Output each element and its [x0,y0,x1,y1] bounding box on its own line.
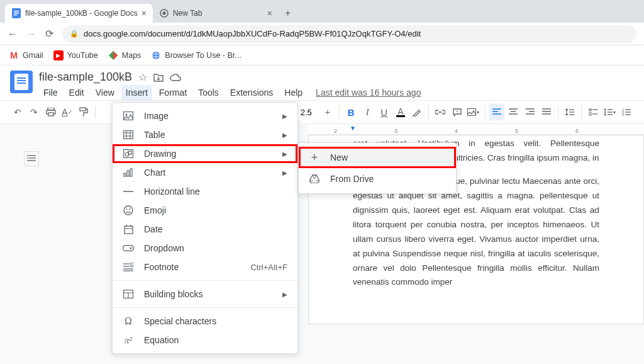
svg-text:3: 3 [622,113,624,116]
new-tab-button[interactable]: + [279,4,297,23]
svg-point-34 [604,109,606,111]
close-icon[interactable]: × [142,8,147,18]
hr-icon [123,186,134,197]
svg-rect-3 [14,14,17,16]
reload-button[interactable]: ⟳ [45,28,53,40]
bookmark-gmail[interactable]: MGmail [9,50,43,60]
insert-drawing[interactable]: Drawing ▶ [113,144,297,163]
docs-favicon [11,8,21,18]
insert-footnote[interactable]: Footnote Ctrl+Alt+F [113,258,297,276]
last-edit-link[interactable]: Last edit was 16 hours ago [316,88,421,98]
cloud-icon[interactable] [170,74,181,81]
footnote-icon [123,261,134,273]
menu-view[interactable]: View [91,85,119,100]
separator [581,106,582,118]
dropdown-icon [123,242,134,254]
url-input[interactable]: 🔒 docs.google.com/document/d/1dkMUaopJbb… [62,25,636,43]
svg-rect-71 [123,246,134,251]
menu-bar: File Edit View Insert Format Tools Exten… [39,85,421,100]
bookmark-youtube[interactable]: ▶YouTube [53,50,98,60]
menu-divider [113,307,297,308]
print-button[interactable] [43,104,58,120]
line-spacing-button[interactable] [562,104,577,120]
insert-building-blocks[interactable]: Building blocks ▶ [113,285,297,304]
browser-tab[interactable]: file-sample_100kB - Google Docs × [5,4,153,23]
menu-format[interactable]: Format [155,85,191,100]
undo-button[interactable]: ↶ [10,104,25,120]
doc-title[interactable]: file-sample_100kB [39,71,132,84]
insert-chart[interactable]: Chart ▶ [113,163,297,182]
svg-rect-1 [14,11,19,12]
italic-button[interactable]: I [360,104,375,120]
svg-rect-52 [124,131,133,139]
align-left-button[interactable] [489,104,504,120]
plus-icon: + [309,152,320,163]
svg-point-65 [126,208,128,210]
bookmark-browser[interactable]: Browser To Use - Br... [151,50,241,60]
drive-icon [309,173,320,185]
link-button[interactable] [433,104,448,120]
menu-help[interactable]: Help [280,85,307,100]
menu-tools[interactable]: Tools [194,85,223,100]
tab-title: file-sample_100kB - Google Docs [25,9,138,18]
url-text: docs.google.com/document/d/1dkMUaopJbbXU… [84,29,421,38]
spellcheck-button[interactable]: A✓ [60,104,75,120]
svg-point-64 [124,206,133,215]
pi-icon: π² [123,334,134,346]
svg-rect-11 [48,113,53,116]
underline-button[interactable]: U [377,104,392,120]
drawing-from-drive[interactable]: From Drive [299,168,456,190]
svg-rect-61 [127,171,129,176]
insert-table[interactable]: Table ▶ [113,125,297,144]
svg-point-49 [27,157,28,159]
toolbar: ↶ ↷ A✓ − + B I U A + ▾ ▾ 123 [0,100,644,124]
blocks-icon [123,288,134,300]
highlight-button[interactable] [409,104,425,120]
bullet-list-button[interactable]: ▾ [602,104,618,120]
lock-icon: 🔒 [70,30,79,38]
drawing-new[interactable]: + New [299,147,456,168]
insert-special-characters[interactable]: Ω Special characters [113,312,297,331]
ruler[interactable]: ▼ 2 3 4 5 6 [308,125,644,135]
bookmarks-bar: MGmail ▶YouTube Maps Browser To Use - Br… [0,45,644,65]
insert-emoji[interactable]: Emoji [113,201,297,220]
insert-dropdown[interactable]: Dropdown [113,239,297,258]
align-center-button[interactable] [506,104,521,120]
docs-logo[interactable] [10,71,33,93]
bookmark-maps[interactable]: Maps [108,50,142,60]
comment-button[interactable]: + [450,104,465,120]
text-color-button[interactable]: A [393,104,408,120]
svg-point-38 [604,114,606,116]
browser-tab-strip: file-sample_100kB - Google Docs × New Ta… [0,0,644,23]
menu-insert[interactable]: Insert [121,85,152,100]
back-button[interactable]: ← [8,28,18,40]
paint-format-button[interactable] [76,104,91,120]
address-bar: ← → ⟳ 🔒 docs.google.com/document/d/1dkMU… [0,23,644,45]
separator [558,106,558,118]
insert-equation[interactable]: π² Equation [113,331,297,350]
browser-tab[interactable]: New Tab × [153,4,279,23]
forward-button[interactable]: → [26,28,36,40]
checklist-button[interactable] [586,104,601,120]
move-icon[interactable] [153,73,164,82]
insert-image[interactable]: Image ▶ [113,106,297,125]
star-icon[interactable]: ☆ [138,71,147,83]
align-right-button[interactable] [523,104,538,120]
drawing-submenu: + New From Drive [298,142,457,194]
menu-edit[interactable]: Edit [65,85,89,100]
menu-extensions[interactable]: Extensions [226,85,277,100]
insert-date[interactable]: Date [113,220,297,239]
font-size-increase[interactable]: + [320,104,335,120]
bold-button[interactable]: B [343,104,358,120]
outline-button[interactable] [24,151,39,166]
ruler-indent-marker[interactable]: ▼ [350,125,356,132]
menu-divider [113,280,297,281]
redo-button[interactable]: ↷ [26,104,42,120]
insert-horizontal-line[interactable]: Horizontal line [113,182,297,201]
menu-file[interactable]: File [39,85,62,100]
align-justify-button[interactable] [539,104,554,120]
image-button[interactable]: ▾ [466,104,481,120]
chevron-right-icon: ▶ [282,151,287,157]
numbered-list-button[interactable]: 123 [619,104,634,120]
close-icon[interactable]: × [267,8,272,18]
